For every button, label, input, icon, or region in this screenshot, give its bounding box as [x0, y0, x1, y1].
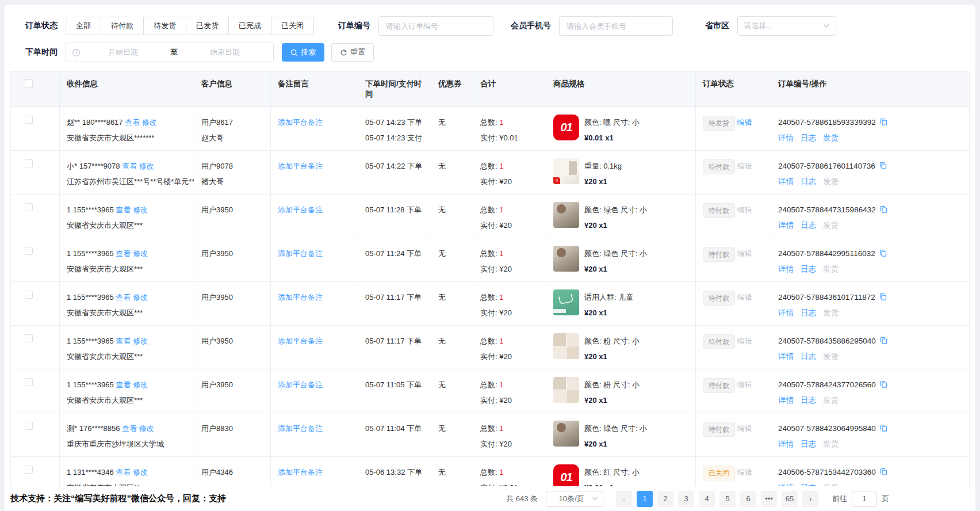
detail-link[interactable]: 详情	[778, 221, 794, 230]
detail-link[interactable]: 详情	[778, 177, 794, 186]
modify-link[interactable]: 修改	[140, 118, 157, 127]
status-tab-1[interactable]: 待付款	[101, 17, 144, 35]
copy-icon[interactable]	[879, 249, 887, 257]
note-cell: 添加平台备注	[271, 107, 358, 150]
log-link[interactable]: 日志	[801, 440, 816, 448]
log-link[interactable]: 日志	[801, 396, 816, 405]
detail-link[interactable]: 详情	[778, 440, 794, 448]
view-link[interactable]: 查看	[125, 118, 140, 127]
status-tab-0[interactable]: 全部	[66, 17, 101, 35]
add-note-link[interactable]: 添加平台备注	[278, 468, 323, 476]
filter-bar: 订单状态 全部待付款待发货已发货已完成已关闭 订单编号 会员手机号 省市区 请选…	[5, 5, 975, 66]
modify-link[interactable]: 修改	[131, 468, 148, 476]
log-link[interactable]: 日志	[801, 134, 816, 142]
customer-cell: 用户9078褚大哥	[194, 151, 271, 194]
page-button-1[interactable]: 1	[637, 491, 653, 507]
copy-icon[interactable]	[879, 467, 888, 476]
view-link[interactable]: 查看	[116, 468, 131, 476]
row-checkbox[interactable]	[25, 247, 33, 255]
add-note-link[interactable]: 添加平台备注	[278, 380, 323, 389]
copy-icon[interactable]	[879, 292, 887, 301]
view-link[interactable]: 查看	[116, 337, 131, 345]
modify-link[interactable]: 修改	[131, 337, 148, 345]
modify-link[interactable]: 修改	[131, 249, 148, 258]
modify-link[interactable]: 修改	[131, 205, 148, 214]
log-link[interactable]: 日志	[801, 308, 816, 317]
modify-link[interactable]: 修改	[137, 424, 154, 433]
view-link[interactable]: 查看	[122, 424, 137, 433]
page-button-4[interactable]: 4	[699, 491, 715, 507]
add-note-link[interactable]: 添加平台备注	[278, 424, 323, 433]
status-cell: 待付款 编辑	[696, 369, 771, 413]
detail-link[interactable]: 详情	[778, 134, 794, 142]
status-tab-3[interactable]: 已发货	[186, 17, 229, 35]
phone-input[interactable]	[559, 16, 673, 36]
add-note-link[interactable]: 添加平台备注	[278, 249, 323, 258]
detail-link[interactable]: 详情	[778, 352, 794, 361]
add-note-link[interactable]: 添加平台备注	[278, 337, 323, 345]
copy-icon[interactable]	[879, 205, 888, 213]
row-checkbox[interactable]	[25, 334, 33, 342]
prev-page-button[interactable]: ‹	[616, 491, 632, 507]
view-link[interactable]: 查看	[116, 380, 131, 389]
filter-row-2: 下单时间 开始日期 至 结束日期 搜索	[25, 39, 975, 66]
row-checkbox[interactable]	[25, 203, 33, 211]
row-checkbox[interactable]	[25, 116, 33, 124]
row-checkbox[interactable]	[25, 422, 33, 430]
order-no-line: 240507-5788618593339392	[778, 115, 963, 130]
view-link[interactable]: 查看	[116, 249, 131, 258]
log-link[interactable]: 日志	[801, 265, 816, 273]
log-link[interactable]: 日志	[801, 352, 816, 361]
date-start-placeholder[interactable]: 开始日期	[81, 47, 166, 58]
add-note-link[interactable]: 添加平台备注	[278, 205, 323, 214]
search-button[interactable]: 搜索	[282, 43, 324, 62]
status-tab-5[interactable]: 已关闭	[271, 17, 314, 35]
next-page-button[interactable]: ›	[802, 491, 818, 507]
row-checkbox[interactable]	[25, 378, 33, 386]
log-link[interactable]: 日志	[801, 221, 816, 230]
order-no-input[interactable]	[378, 16, 493, 36]
page-button-3[interactable]: 3	[678, 491, 694, 507]
date-end-placeholder[interactable]: 结束日期	[182, 47, 267, 58]
status-tab-4[interactable]: 已完成	[229, 17, 271, 35]
row-checkbox[interactable]	[25, 159, 33, 167]
detail-link[interactable]: 详情	[778, 308, 794, 317]
detail-link[interactable]: 详情	[778, 265, 794, 273]
view-link[interactable]: 查看	[116, 293, 131, 302]
copy-icon[interactable]	[879, 380, 888, 388]
detail-link[interactable]: 详情	[778, 396, 794, 405]
page-button-6[interactable]: 6	[740, 491, 756, 507]
more-pages-button[interactable]: •••	[761, 491, 777, 507]
copy-icon[interactable]	[879, 161, 887, 170]
goto-page-input[interactable]	[852, 491, 877, 507]
view-link[interactable]: 查看	[122, 162, 137, 170]
add-note-link[interactable]: 添加平台备注	[278, 293, 323, 302]
log-link[interactable]: 日志	[801, 177, 816, 186]
select-all-checkbox[interactable]	[25, 79, 33, 87]
row-checkbox[interactable]	[25, 466, 33, 474]
status-tab-2[interactable]: 待发货	[144, 17, 186, 35]
page-button-65[interactable]: 65	[782, 491, 798, 507]
copy-icon[interactable]	[879, 336, 888, 345]
region-select[interactable]: 请选择...	[737, 16, 836, 36]
copy-icon[interactable]	[879, 424, 888, 432]
add-note-link[interactable]: 添加平台备注	[278, 162, 323, 170]
receiver-line: 赵** 180****8617 查看 修改	[67, 115, 188, 130]
ship-link[interactable]: 发货	[823, 134, 839, 142]
view-link[interactable]: 查看	[116, 205, 131, 214]
spec-text-block: 颜色: 绿色 尺寸: 小¥20 x1	[584, 421, 647, 452]
paid-value: ¥20	[499, 396, 512, 405]
page-button-2[interactable]: 2	[657, 491, 673, 507]
row-checkbox[interactable]	[25, 291, 33, 299]
modify-link[interactable]: 修改	[131, 293, 148, 302]
add-note-link[interactable]: 添加平台备注	[278, 118, 323, 127]
reset-button[interactable]: 重置	[331, 43, 374, 62]
modify-link[interactable]: 修改	[137, 162, 154, 170]
modify-link[interactable]: 修改	[131, 380, 148, 389]
edit-link[interactable]: 编辑	[735, 118, 752, 127]
order-number: 240507-5788436101711872	[778, 293, 875, 302]
date-range-input[interactable]: 开始日期 至 结束日期	[66, 43, 274, 62]
page-size-select[interactable]: 10条/页	[546, 491, 603, 507]
page-button-5[interactable]: 5	[719, 491, 736, 507]
copy-icon[interactable]	[879, 117, 888, 126]
